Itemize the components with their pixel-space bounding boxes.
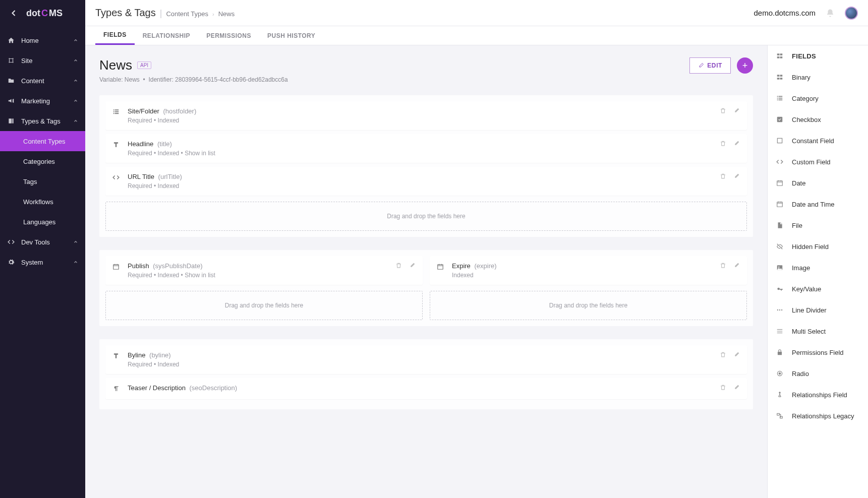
edit-field-button[interactable] [733,173,740,179]
key-icon [776,285,784,293]
field-row[interactable]: Byline (byline)Required • Indexed [105,345,747,374]
add-button[interactable]: + [737,57,753,74]
palette-item-multi-select[interactable]: Multi Select [768,321,868,342]
field-row[interactable]: Publish (sysPublishDate)Required • Index… [105,256,423,285]
palette-item-label: Radio [792,370,809,378]
sidebar-item-marketing[interactable]: Marketing [0,91,85,111]
lock-icon [776,348,784,356]
calendar-icon [437,263,445,271]
chevron-up-icon [73,118,78,123]
delete-field-button[interactable] [720,173,726,179]
sidebar-item-site[interactable]: Site [0,50,85,71]
palette-item-date[interactable]: Date [768,172,868,194]
sidebar-item-content-types[interactable]: Content Types [0,131,85,151]
domain-label[interactable]: demo.dotcms.com [754,9,816,17]
calendar-icon [776,200,784,208]
breadcrumb-sep: | [160,8,162,19]
chevron-right-icon: › [212,11,214,17]
delete-field-button[interactable] [720,140,726,147]
sidebar-item-tags[interactable]: Tags [0,171,85,192]
svg-rect-15 [780,56,783,58]
tab-permissions[interactable]: PERMISSIONS [198,26,259,45]
field-row[interactable]: Headline (title)Required • Indexed • Sho… [105,134,747,163]
palette-item-label: Checkbox [792,116,821,123]
palette-item-label: Binary [792,74,811,81]
palette-item-checkbox[interactable]: Checkbox [768,109,868,130]
tab-fields[interactable]: FIELDS [95,26,135,45]
svg-rect-24 [777,99,778,100]
back-button[interactable] [7,7,20,20]
palette-item-line-divider[interactable]: Line Divider [768,299,868,321]
field-attrs: Required • Indexed • Show in list [128,272,391,279]
field-row[interactable]: Teaser / Description (seoDescription) [105,378,747,399]
sidebar-item-home[interactable]: Home [0,30,85,50]
logo-pre: dot [26,8,40,19]
api-badge[interactable]: API [137,61,151,69]
dropzone[interactable]: Drag and drop the fields here [430,291,747,320]
sidebar-item-label: Tags [23,178,37,185]
edit-field-button[interactable] [733,384,740,391]
sidebar-item-content[interactable]: Content [0,71,85,91]
field-var: (expire) [474,262,496,270]
logo[interactable]: dotCMS [26,8,63,19]
edit-field-button[interactable] [733,140,740,147]
edit-field-button[interactable] [733,107,740,114]
delete-field-button[interactable] [720,107,726,114]
svg-point-34 [779,309,780,310]
palette-item-permissions-field[interactable]: Permissions Field [768,342,868,363]
sidebar-item-system[interactable]: System [0,252,85,272]
palette-item-file[interactable]: File [768,215,868,236]
site-icon [7,56,15,65]
palette-item-constant-field[interactable]: Constant Field [768,130,868,151]
delete-field-button[interactable] [720,262,726,269]
palette-item-label: Hidden Field [792,243,829,251]
delete-field-button[interactable] [720,351,726,358]
palette-item-key-value[interactable]: Key/Value [768,278,868,299]
edit-field-button[interactable] [409,262,416,269]
dropzone[interactable]: Drag and drop the fields here [105,291,423,320]
palette-item-custom-field[interactable]: Custom Field [768,151,868,172]
content-area: News API Variable: News • Identifier: 28… [85,45,767,498]
checkbox-icon [776,115,784,123]
edit-field-button[interactable] [733,262,740,269]
field-row[interactable]: Expire (expire)Indexed [430,256,747,285]
palette-item-relationships-legacy[interactable]: Relationships Legacy [768,405,868,426]
tab-push-history[interactable]: PUSH HISTORY [259,26,323,45]
dropzone[interactable]: Drag and drop the fields here [105,202,747,231]
sidebar-item-workflows[interactable]: Workflows [0,192,85,212]
palette-item-relationships-field[interactable]: Relationships Field [768,384,868,405]
palette-item-label: Relationships Legacy [792,412,854,420]
palette-item-binary[interactable]: Binary [768,67,868,88]
sidebar-item-categories[interactable]: Categories [0,151,85,171]
chevron-up-icon [73,98,78,103]
tab-relationship[interactable]: RELATIONSHIP [135,26,198,45]
sidebar-item-languages[interactable]: Languages [0,212,85,232]
sidebar-item-dev-tools[interactable]: Dev Tools [0,232,85,252]
delete-field-button[interactable] [395,262,402,269]
palette-item-image[interactable]: Image [768,257,868,278]
bell-icon[interactable] [826,9,835,18]
field-row[interactable]: URL Title (urlTitle)Required • Indexed [105,167,747,196]
field-row[interactable]: Site/Folder (hostfolder)Required • Index… [105,101,747,130]
palette-item-date-and-time[interactable]: Date and Time [768,194,868,215]
field-var: (title) [157,140,172,148]
svg-rect-13 [780,53,783,55]
palette-item-radio[interactable]: Radio [768,363,868,384]
delete-field-button[interactable] [720,384,726,391]
edit-field-button[interactable] [733,351,740,358]
field-section: Site/Folder (hostfolder)Required • Index… [99,95,753,237]
palette-item-label: Date and Time [792,201,835,208]
sidebar-item-label: Categories [23,158,55,165]
binary-icon [776,73,784,81]
multiselect-icon [776,327,784,335]
breadcrumb-ct[interactable]: Content Types [166,10,208,18]
breadcrumb-news[interactable]: News [218,10,235,18]
avatar[interactable] [845,7,858,20]
field-section: Byline (byline)Required • IndexedTeaser … [99,339,753,409]
sidebar-item-types-tags[interactable]: Types & Tags [0,111,85,131]
field-attrs: Required • Indexed [128,361,716,368]
palette-item-hidden-field[interactable]: Hidden Field [768,236,868,257]
palette-item-category[interactable]: Category [768,88,868,109]
edit-button[interactable]: EDIT [689,57,731,74]
hidden-icon [776,242,784,251]
